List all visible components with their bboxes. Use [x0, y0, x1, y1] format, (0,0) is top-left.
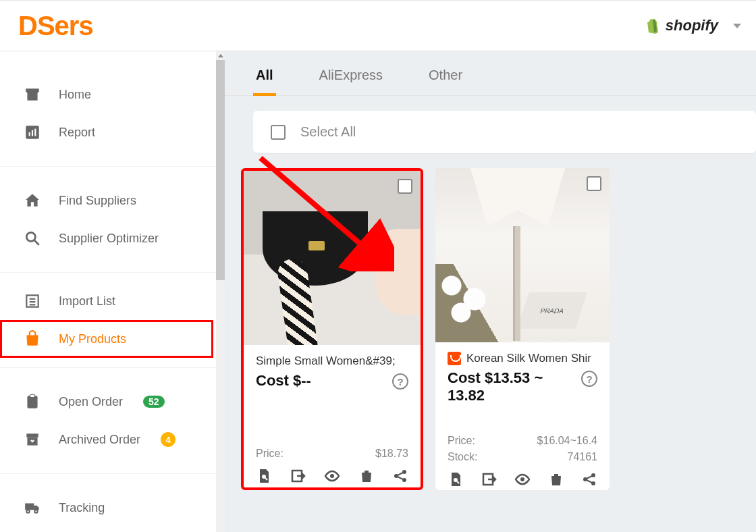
- badge-open-order: 52: [143, 396, 165, 408]
- dsers-logo: DSers: [18, 11, 93, 41]
- svg-rect-1: [29, 132, 30, 136]
- help-icon[interactable]: ?: [581, 371, 597, 387]
- product-title: Korean Silk Women Shir: [466, 352, 591, 365]
- sidebar-item-label: Import List: [59, 294, 115, 309]
- sidebar-item-archived-order[interactable]: Archived Order 4: [0, 421, 213, 458]
- price-value: $16.04~16.4: [537, 435, 597, 447]
- sidebar: Home Report Find Suppliers Supplier Opti…: [0, 51, 216, 532]
- svg-rect-12: [26, 433, 38, 437]
- product-card[interactable]: PRADA Korean Silk Women Shir Cost $13.53…: [435, 168, 610, 490]
- aliexpress-icon: [448, 352, 461, 365]
- list-icon: [24, 292, 41, 310]
- content: All AliExpress Other Select All Simple S…: [225, 51, 756, 532]
- product-checkbox[interactable]: [398, 179, 412, 194]
- price-label: Price:: [448, 435, 475, 447]
- trash-icon[interactable]: [358, 468, 375, 484]
- svg-line-5: [34, 240, 39, 245]
- file-search-icon[interactable]: [448, 471, 464, 487]
- sidebar-item-home[interactable]: Home: [0, 76, 213, 113]
- sidebar-item-supplier-optimizer[interactable]: Supplier Optimizer: [0, 219, 213, 257]
- share-icon[interactable]: [581, 471, 597, 487]
- help-icon[interactable]: ?: [392, 373, 408, 390]
- sidebar-item-import-list[interactable]: Import List: [0, 282, 213, 320]
- archive-icon: [24, 431, 41, 448]
- shopify-icon: [644, 18, 660, 34]
- share-icon[interactable]: [392, 468, 408, 484]
- tab-aliexpress[interactable]: AliExpress: [317, 68, 385, 95]
- sidebar-item-open-order[interactable]: Open Order 52: [0, 383, 213, 421]
- sidebar-item-label: Tracking: [59, 501, 105, 515]
- sidebar-item-label: Find Suppliers: [59, 194, 136, 208]
- price-value: $18.73: [375, 448, 408, 460]
- header: DSers shopify: [0, 0, 756, 51]
- sidebar-item-label: Open Order: [59, 395, 123, 409]
- product-cost: Cost $13.53 ~ 13.82: [448, 369, 581, 405]
- truck-icon: [24, 499, 41, 516]
- stock-label: Stock:: [448, 451, 477, 463]
- svg-rect-11: [30, 394, 35, 397]
- svg-line-23: [398, 473, 403, 475]
- select-all-checkbox[interactable]: [271, 125, 286, 140]
- svg-point-15: [34, 510, 37, 512]
- file-search-icon[interactable]: [256, 468, 272, 484]
- svg-point-28: [520, 477, 524, 481]
- select-all-bar: Select All: [253, 111, 756, 153]
- svg-rect-2: [32, 130, 33, 136]
- chevron-down-icon: [733, 24, 741, 28]
- svg-rect-3: [34, 129, 36, 136]
- product-title: Simple Small Women&#39;: [256, 354, 396, 368]
- eye-icon[interactable]: [324, 468, 340, 484]
- store-selector[interactable]: shopify: [644, 17, 741, 34]
- sidebar-item-label: Supplier Optimizer: [59, 232, 159, 246]
- eye-icon[interactable]: [514, 471, 531, 487]
- sidebar-item-label: My Products: [59, 332, 126, 346]
- sidebar-item-label: Home: [59, 88, 91, 102]
- product-image: [244, 171, 421, 345]
- svg-point-4: [26, 232, 35, 241]
- sidebar-item-report[interactable]: Report: [0, 113, 213, 151]
- svg-line-24: [398, 477, 403, 479]
- main: Home Report Find Suppliers Supplier Opti…: [0, 51, 756, 532]
- product-cost: Cost $--: [256, 372, 311, 390]
- price-label: Price:: [256, 448, 284, 460]
- product-cards: Simple Small Women&#39; Cost $-- ? Price…: [241, 168, 756, 490]
- tab-all[interactable]: All: [253, 68, 276, 95]
- search-icon: [24, 230, 41, 247]
- chart-icon: [24, 124, 41, 141]
- product-image: PRADA: [435, 168, 610, 342]
- stock-value: 74161: [568, 451, 598, 463]
- svg-point-14: [26, 510, 29, 512]
- import-icon[interactable]: [481, 471, 497, 487]
- scrollbar-thumb[interactable]: [216, 60, 225, 280]
- trash-icon[interactable]: [548, 471, 564, 487]
- scroll-up-icon[interactable]: [216, 51, 225, 60]
- sidebar-item-tracking[interactable]: Tracking: [0, 489, 213, 527]
- product-actions: [244, 460, 421, 487]
- sidebar-item-my-products[interactable]: My Products: [0, 320, 213, 358]
- tab-other[interactable]: Other: [426, 68, 465, 95]
- sidebar-item-label: Report: [59, 126, 95, 140]
- clipboard-icon: [24, 393, 41, 410]
- product-card[interactable]: Simple Small Women&#39; Cost $-- ? Price…: [241, 168, 423, 490]
- import-icon[interactable]: [290, 468, 306, 484]
- svg-line-32: [587, 476, 592, 479]
- svg-line-33: [587, 480, 592, 483]
- sidebar-wrap: Home Report Find Suppliers Supplier Opti…: [0, 51, 225, 532]
- store-icon: [24, 86, 41, 103]
- home-icon: [24, 192, 41, 209]
- bag-icon: [24, 330, 41, 348]
- product-checkbox[interactable]: [587, 176, 601, 191]
- tabs: All AliExpress Other: [225, 51, 756, 96]
- select-all-label: Select All: [300, 124, 356, 140]
- svg-point-19: [330, 474, 334, 478]
- store-name: shopify: [666, 17, 718, 34]
- scrollbar-track[interactable]: [216, 51, 225, 532]
- badge-archived-order: 4: [161, 432, 176, 447]
- svg-rect-10: [27, 396, 37, 408]
- sidebar-item-find-suppliers[interactable]: Find Suppliers: [0, 182, 213, 219]
- product-actions: [435, 463, 610, 490]
- sidebar-item-label: Archived Order: [59, 433, 140, 447]
